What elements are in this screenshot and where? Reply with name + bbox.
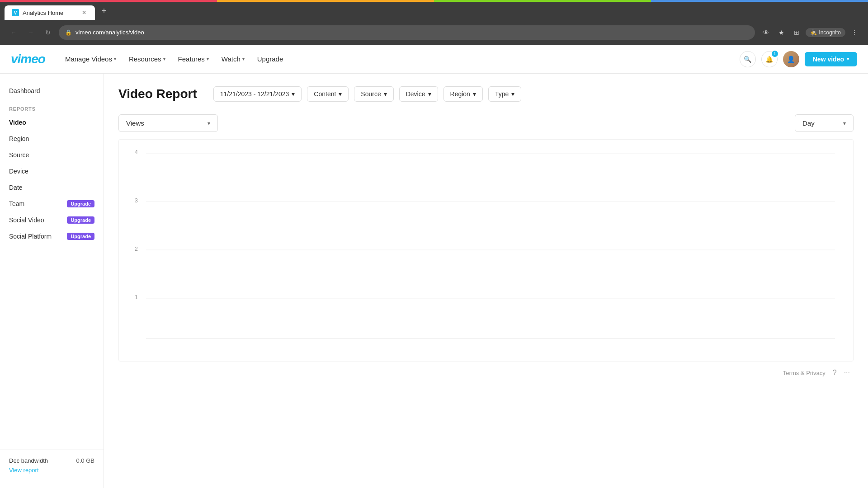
view-report-link[interactable]: View report <box>9 467 94 474</box>
device-filter[interactable]: Device ▾ <box>399 86 438 102</box>
browser-actions: 👁 ★ ⊞ 🕵 Incognito ⋮ <box>760 26 861 39</box>
tab-close-button[interactable]: ✕ <box>80 9 88 16</box>
nav-watch[interactable]: Watch ▾ <box>216 52 250 66</box>
sidebar-item-social-video[interactable]: Social Video Upgrade <box>0 212 104 228</box>
nav-manage-videos-label: Manage Videos <box>65 55 112 63</box>
nav-manage-videos[interactable]: Manage Videos ▾ <box>60 52 122 66</box>
back-button[interactable]: ← <box>7 26 20 39</box>
y-label-1-text: 1 <box>135 294 138 300</box>
sidebar-item-dashboard[interactable]: Dashboard <box>0 83 104 99</box>
sidebar-item-region[interactable]: Region <box>0 131 104 147</box>
nav-resources-label: Resources <box>129 55 161 63</box>
region-filter[interactable]: Region ▾ <box>443 86 483 102</box>
browser-toolbar: ← → ↻ 🔒 vimeo.com/analytics/video 👁 ★ ⊞ … <box>0 20 868 45</box>
nav-manage-videos-chevron: ▾ <box>114 56 116 61</box>
type-filter-label: Type <box>495 90 509 98</box>
search-icon: 🔍 <box>744 56 751 63</box>
sidebar-item-device[interactable]: Device <box>0 163 104 179</box>
chart-wrapper: 4 3 2 1 4 3 2 <box>118 139 854 361</box>
nav-features-label: Features <box>178 55 205 63</box>
team-upgrade-badge[interactable]: Upgrade <box>67 200 94 207</box>
bandwidth-label: Dec bandwidth <box>9 457 48 464</box>
y-axis-labels: 4 3 2 1 <box>119 149 142 342</box>
sidebar-item-date[interactable]: Date <box>0 179 104 196</box>
active-tab[interactable]: V Analytics Home ✕ <box>5 5 95 20</box>
incognito-label: Incognito <box>819 29 841 36</box>
sidebar-source-label: Source <box>9 151 29 159</box>
help-button[interactable]: ? <box>833 369 837 377</box>
notifications-button[interactable]: 🔔 1 <box>761 51 778 67</box>
new-tab-button[interactable]: + <box>98 5 110 17</box>
y-label-4-text: 4 <box>135 149 138 155</box>
sidebar-item-video[interactable]: Video <box>0 114 104 131</box>
content-filter[interactable]: Content ▾ <box>307 86 349 102</box>
nav-upgrade[interactable]: Upgrade <box>252 52 289 66</box>
reload-button[interactable]: ↻ <box>42 26 54 39</box>
vimeo-logo: vimeo <box>11 52 45 66</box>
address-bar[interactable]: 🔒 vimeo.com/analytics/video <box>59 25 755 40</box>
sidebar-item-source[interactable]: Source <box>0 147 104 163</box>
page-header: Video Report 11/21/2023 - 12/21/2023 ▾ C… <box>118 86 854 102</box>
filter-group: 11/21/2023 - 12/21/2023 ▾ Content ▾ Sour… <box>213 86 522 102</box>
split-view-button[interactable]: ⊞ <box>790 26 803 39</box>
source-filter[interactable]: Source ▾ <box>354 86 393 102</box>
sidebar: Dashboard REPORTS Video Region Source De… <box>0 74 104 488</box>
chart-container: 4 3 2 1 4 3 2 <box>118 139 854 361</box>
region-filter-label: Region <box>450 90 470 98</box>
user-avatar[interactable]: 👤 <box>783 51 799 67</box>
sidebar-item-social-platform[interactable]: Social Platform Upgrade <box>0 228 104 244</box>
bandwidth-value: 0.0 GB <box>76 457 94 464</box>
time-select-chevron: ▾ <box>843 120 846 127</box>
chart-toolbar: Views ▾ Day ▾ <box>118 114 854 132</box>
incognito-icon: 🕵 <box>810 29 817 36</box>
content-filter-chevron: ▾ <box>339 90 342 98</box>
date-range-label: 11/21/2023 - 12/21/2023 <box>220 90 289 98</box>
time-select-label: Day <box>802 119 815 127</box>
device-filter-label: Device <box>406 90 425 98</box>
y-label-2-text: 2 <box>135 245 138 252</box>
page-footer: Terms & Privacy ? ··· <box>118 369 854 377</box>
source-filter-label: Source <box>361 90 381 98</box>
sidebar-team-label: Team <box>9 200 24 207</box>
new-video-chevron: ▾ <box>847 56 849 61</box>
cursor-indicator <box>168 131 169 138</box>
lock-icon: 🔒 <box>65 29 72 36</box>
top-nav: vimeo Manage Videos ▾ Resources ▾ Featur… <box>0 45 868 74</box>
bell-icon: 🔔 <box>765 56 773 63</box>
sidebar-nav: Dashboard REPORTS Video Region Source De… <box>0 83 104 450</box>
incognito-badge: 🕵 Incognito <box>806 28 845 37</box>
new-video-label: New video <box>813 56 844 63</box>
page-title: Video Report <box>118 87 197 101</box>
sidebar-footer: Dec bandwidth 0.0 GB View report <box>0 450 104 481</box>
social-platform-upgrade-badge[interactable]: Upgrade <box>67 233 94 240</box>
tab-favicon: V <box>12 9 19 16</box>
metric-select[interactable]: Views ▾ <box>118 114 218 132</box>
reader-mode-button[interactable]: 👁 <box>760 26 772 39</box>
sidebar-social-video-label: Social Video <box>9 216 44 224</box>
search-button[interactable]: 🔍 <box>740 51 756 67</box>
tab-title: Analytics Home <box>23 9 77 16</box>
nav-resources[interactable]: Resources ▾ <box>123 52 171 66</box>
sidebar-dashboard-label: Dashboard <box>9 87 40 94</box>
metric-select-chevron: ▾ <box>208 120 210 127</box>
bookmark-button[interactable]: ★ <box>775 26 788 39</box>
social-video-upgrade-badge[interactable]: Upgrade <box>67 216 94 224</box>
nav-watch-chevron: ▾ <box>242 56 245 61</box>
sidebar-item-team[interactable]: Team Upgrade <box>0 196 104 212</box>
sidebar-date-label: Date <box>9 184 23 191</box>
type-filter[interactable]: Type ▾ <box>488 86 521 102</box>
terms-privacy-link[interactable]: Terms & Privacy <box>783 370 826 376</box>
nav-features[interactable]: Features ▾ <box>173 52 214 66</box>
nav-actions: 🔍 🔔 1 👤 New video ▾ <box>740 51 857 67</box>
menu-button[interactable]: ⋮ <box>848 26 861 39</box>
new-video-button[interactable]: New video ▾ <box>805 52 857 66</box>
y-label-3-text: 3 <box>135 197 138 204</box>
more-options-button[interactable]: ··· <box>844 369 850 377</box>
date-range-filter[interactable]: 11/21/2023 - 12/21/2023 ▾ <box>213 86 302 102</box>
nav-watch-label: Watch <box>222 55 241 63</box>
forward-button[interactable]: → <box>24 26 37 39</box>
vimeo-app: vimeo Manage Videos ▾ Resources ▾ Featur… <box>0 45 868 488</box>
time-select[interactable]: Day ▾ <box>795 114 854 132</box>
nav-menu: Manage Videos ▾ Resources ▾ Features ▾ W… <box>60 52 740 66</box>
avatar-initials: 👤 <box>787 56 795 63</box>
